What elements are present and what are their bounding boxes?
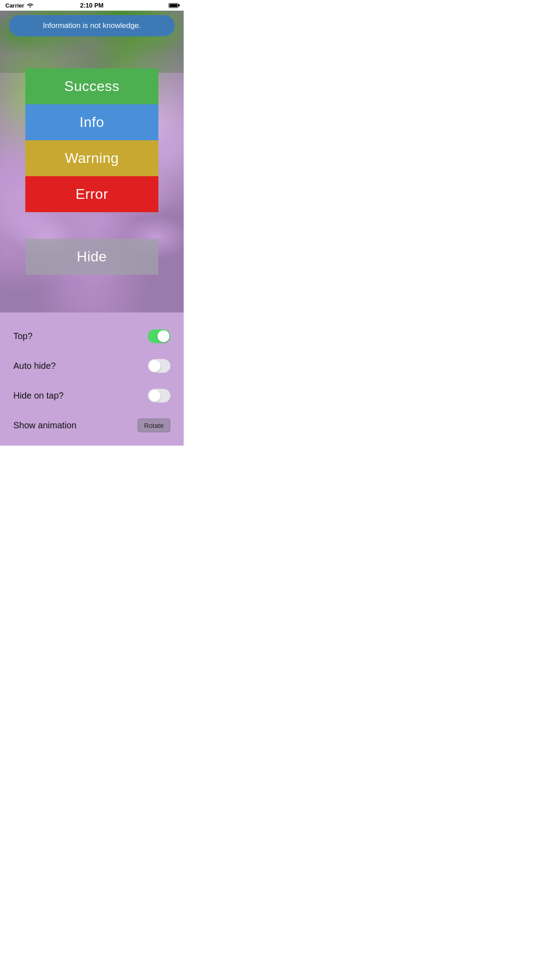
autohide-toggle-knob (149, 360, 161, 372)
status-bar-right (169, 3, 178, 8)
top-label: Top? (13, 331, 32, 341)
info-button[interactable]: Info (25, 104, 158, 140)
hideontap-toggle-knob (149, 390, 161, 402)
animation-control-row: Show animation Rotate (13, 411, 170, 432)
top-toggle-knob (157, 330, 169, 342)
top-control-row: Top? (13, 321, 170, 351)
hide-button[interactable]: Hide (25, 239, 158, 275)
animation-select-button[interactable]: Rotate (138, 419, 170, 432)
animation-label: Show animation (13, 420, 76, 431)
main-area: Information is not knowledge. Success In… (0, 11, 184, 312)
success-button[interactable]: Success (25, 68, 158, 104)
svg-point-0 (29, 6, 30, 7)
warning-button[interactable]: Warning (25, 140, 158, 176)
autohide-control-row: Auto hide? (13, 351, 170, 381)
hideontap-toggle[interactable] (148, 389, 170, 403)
wifi-icon (27, 2, 34, 9)
status-bar-time: 2:10 PM (80, 2, 104, 9)
controls-area: Top? Auto hide? Hide on tap? Show animat… (0, 312, 184, 446)
buttons-container: Success Info Warning Error Hide (25, 68, 158, 275)
autohide-toggle[interactable] (148, 359, 170, 373)
autohide-label: Auto hide? (13, 361, 56, 371)
hideontap-control-row: Hide on tap? (13, 381, 170, 411)
status-bar-left: Carrier (5, 2, 34, 9)
notification-banner: Information is not knowledge. (9, 15, 175, 36)
hideontap-label: Hide on tap? (13, 391, 63, 401)
notification-text: Information is not knowledge. (43, 21, 141, 30)
error-button[interactable]: Error (25, 176, 158, 212)
carrier-label: Carrier (5, 2, 24, 9)
status-bar: Carrier 2:10 PM (0, 0, 184, 11)
battery-icon (169, 3, 178, 8)
top-toggle[interactable] (148, 329, 170, 343)
